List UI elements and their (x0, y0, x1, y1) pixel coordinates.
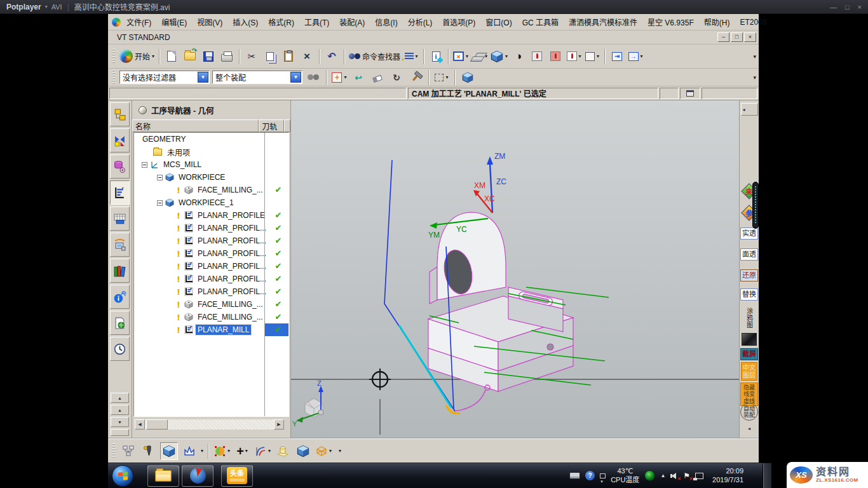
network-icon[interactable] (695, 473, 703, 479)
cut-button[interactable]: ✂ (243, 48, 260, 65)
selection-bar-overflow-icon[interactable] (753, 74, 756, 81)
start-button[interactable]: 开始▾ (119, 48, 155, 65)
window-switch-button[interactable]: ⇥ (609, 48, 625, 65)
dropdown-arrow-icon[interactable]: ▼ (290, 72, 301, 83)
tree-row-planar-profile-4[interactable]: PLANAR_PROFIL... (134, 247, 288, 260)
tree-horizontal-scrollbar[interactable]: ◀ ▶ (135, 419, 284, 430)
edit-section-button[interactable]: ▾ (566, 48, 582, 65)
create-point-button[interactable]: +▾ (233, 442, 251, 460)
panel-end-arrow-icon[interactable] (748, 426, 750, 431)
erase-button[interactable] (369, 69, 386, 86)
shaded-view-button[interactable]: ▾ (490, 48, 508, 65)
section-view-button[interactable] (547, 48, 564, 65)
info-sheet-button[interactable] (428, 48, 444, 65)
background-button[interactable]: ▾ (584, 48, 600, 65)
column-name[interactable]: 名称 (132, 119, 259, 132)
chinese-layer-button[interactable]: 中文图层 (741, 362, 757, 381)
player-menu-button[interactable]: Potplayer (6, 3, 41, 11)
child-minimize-icon[interactable]: – (717, 32, 729, 42)
machine-tool-view-button[interactable] (140, 442, 158, 460)
taskbar-toutiao-button[interactable]: 头条 (221, 465, 253, 487)
find-component-button[interactable] (305, 69, 322, 86)
tree-row-face-milling-2[interactable]: FACE_MILLING_... (134, 298, 288, 311)
back-button[interactable]: ↩ (350, 69, 367, 86)
solid-select-button[interactable] (459, 69, 476, 86)
toolbar-overflow-icon[interactable] (753, 53, 756, 60)
menu-analysis[interactable]: 分析(L) (403, 15, 437, 29)
scrollbar-thumb[interactable] (146, 419, 168, 430)
scroll-right-icon[interactable]: ▶ (274, 419, 284, 430)
operation-navigator-tab[interactable] (110, 180, 130, 205)
tree-row-unused[interactable]: 未用项 (134, 146, 288, 158)
toolbar-grip[interactable] (112, 444, 115, 459)
delete-button[interactable]: × (299, 48, 315, 65)
overlay-slider[interactable] (752, 182, 759, 229)
history-tab[interactable] (110, 337, 130, 361)
menu-gc-toolbox[interactable]: GC 工具箱 (518, 15, 563, 29)
sketch-button[interactable]: ▾ (471, 48, 488, 65)
program-order-view-button[interactable] (119, 442, 137, 460)
scroll-left-icon[interactable]: ◀ (135, 419, 145, 430)
constraint-tool-button[interactable] (407, 69, 424, 86)
menu-view[interactable]: 视图(V) (193, 15, 227, 29)
display-mode-button[interactable]: ◑ (510, 48, 527, 65)
constraint-navigator-tab[interactable] (110, 128, 130, 152)
save-button[interactable] (200, 48, 217, 65)
new-button[interactable] (163, 48, 180, 65)
graphics-viewport[interactable]: ZM ZC XM XC YC YM (291, 100, 739, 438)
thumbnail-image[interactable] (742, 333, 757, 346)
menu-preferences[interactable]: 首选项(P) (438, 15, 480, 29)
doodle-button[interactable]: 涂鸦图 (745, 308, 754, 329)
tree-row-planar-profile[interactable]: PLANAR_PROFILE (134, 209, 288, 222)
child-close-icon[interactable]: × (744, 32, 756, 42)
curve-tool-button[interactable]: ▾ (254, 442, 271, 460)
hidden-icons-icon[interactable] (600, 473, 606, 478)
show-desktop-button[interactable] (763, 463, 771, 488)
part-navigator-tab[interactable] (110, 154, 130, 179)
menu-assembly[interactable]: 装配(A) (335, 15, 369, 29)
geometry-view-button[interactable] (160, 442, 178, 460)
undo-button[interactable]: ↶ (323, 48, 340, 65)
menu-format[interactable]: 格式(R) (264, 15, 299, 29)
block-tool-button[interactable] (294, 442, 312, 460)
menu-mold-standard[interactable]: 潇洒模具汽模标准件 (564, 15, 642, 29)
show-hidden-icons-icon[interactable] (660, 473, 665, 478)
show-wcs-button[interactable] (529, 48, 545, 65)
menu-information[interactable]: 信息(I) (370, 15, 402, 29)
help-icon[interactable] (585, 471, 595, 480)
antivirus-icon[interactable] (644, 470, 655, 481)
menu-help[interactable]: 帮助(H) (700, 15, 735, 29)
taskbar-clock[interactable]: 20:09 2019/7/31 (712, 467, 743, 485)
volume-muted-icon[interactable] (670, 472, 678, 480)
menu-edit[interactable]: 编辑(E) (157, 15, 191, 29)
menu-xingkong[interactable]: 星空 V6.935F (643, 15, 698, 29)
shi-tou-button[interactable]: 实透 (740, 227, 758, 240)
auto-assemble-button[interactable]: 自动装配 (740, 403, 758, 421)
selection-scope-dropdown[interactable]: 整个装配 ▼ (212, 71, 302, 84)
tree-row-workpiece[interactable]: WORKPIECE (134, 171, 288, 184)
taskbar-explorer-button[interactable] (147, 465, 179, 487)
rectangle-select-button[interactable]: ▾ (433, 69, 450, 86)
toolbar-more-icon[interactable]: ▾ (339, 448, 341, 454)
replace-button[interactable]: 替换 (740, 288, 758, 301)
tree-row-planar-profile-6[interactable]: PLANAR_PROFIL... (134, 273, 288, 285)
close-window-button[interactable]: ×▾ (452, 48, 469, 65)
method-view-button[interactable] (180, 442, 198, 460)
menu-file[interactable]: 文件(F) (122, 15, 156, 29)
collapse-icon[interactable] (157, 175, 163, 180)
scroll-down-button[interactable]: ▼ (111, 417, 129, 427)
machine-tool-navigator-tab[interactable] (110, 207, 130, 231)
cylinder-tool-button[interactable] (274, 442, 292, 460)
menu-tools[interactable]: 工具(T) (300, 15, 334, 29)
tree-row-planar-mill-selected[interactable]: PLANAR_MILL (134, 323, 288, 336)
tree-row-face-milling-3[interactable]: FACE_MILLING_... (134, 311, 288, 323)
assembly-navigator-tab[interactable] (110, 102, 130, 126)
column-toolpath[interactable]: 刀轨 (259, 119, 284, 132)
maximize-icon[interactable]: □ (845, 3, 850, 11)
mian-tou-button[interactable]: 面透 (740, 248, 758, 261)
tree-row-planar-profile-2[interactable]: PLANAR_PROFIL... (134, 222, 288, 234)
action-center-flag-icon[interactable] (683, 472, 690, 480)
menu-insert[interactable]: 插入(S) (228, 15, 262, 29)
scroll-end-button[interactable] (111, 429, 129, 436)
tree-row-planar-profile-3[interactable]: PLANAR_PROFIL... (134, 234, 288, 247)
